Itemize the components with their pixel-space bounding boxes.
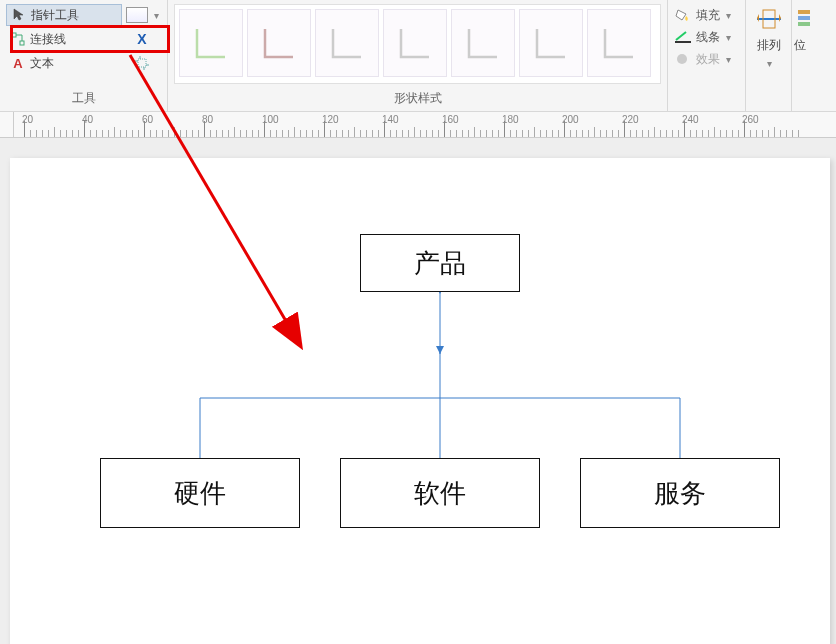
chevron-down-icon: ▾ (726, 10, 731, 21)
ruler-label: 160 (442, 114, 459, 125)
pointer-tool-label: 指针工具 (31, 7, 79, 24)
svg-rect-2 (138, 59, 146, 67)
format-group: 填充 ▾ 线条 ▾ 效果 ▾ (668, 0, 746, 111)
tools-group-label: 工具 (4, 88, 163, 109)
diagram-child-node[interactable]: 服务 (580, 458, 780, 528)
ruler-label: 120 (322, 114, 339, 125)
shape-style-thumb[interactable] (519, 9, 583, 77)
fill-dropdown[interactable]: ▾ (126, 4, 159, 26)
shape-style-thumb[interactable] (315, 9, 379, 77)
arrange-label: 排列 (755, 37, 783, 54)
crop-tool-button[interactable] (130, 52, 154, 74)
connector-tool-label: 连接线 (30, 31, 66, 48)
pointer-tool-button[interactable]: 指针工具 (6, 4, 122, 26)
fill-bucket-icon (674, 8, 692, 22)
chevron-down-icon: ▾ (767, 58, 772, 69)
shape-style-thumb[interactable] (179, 9, 243, 77)
ribbon: 指针工具 连接线 A 文本 ▾ X (0, 0, 836, 112)
ruler-label: 140 (382, 114, 399, 125)
text-tool-button[interactable]: A 文本 (6, 52, 122, 74)
diagram-root-label: 产品 (414, 246, 466, 281)
canvas-area[interactable]: 产品 硬件 软件 服务 (0, 138, 836, 644)
diagram-child-node[interactable]: 硬件 (100, 458, 300, 528)
delete-x-icon: X (137, 31, 146, 47)
arrange-icon (755, 6, 783, 34)
pointer-icon (11, 7, 27, 23)
ruler-label: 60 (142, 114, 153, 125)
effect-label: 效果 (696, 51, 720, 68)
effect-button[interactable]: 效果 ▾ (674, 48, 739, 70)
ruler-label: 260 (742, 114, 759, 125)
svg-point-4 (677, 54, 687, 64)
ruler-label: 80 (202, 114, 213, 125)
ruler-label: 220 (622, 114, 639, 125)
shape-style-thumb[interactable] (451, 9, 515, 77)
svg-rect-1 (20, 41, 24, 45)
text-tool-label: 文本 (30, 55, 54, 72)
fill-label: 填充 (696, 7, 720, 24)
line-button[interactable]: 线条 ▾ (674, 26, 739, 48)
svg-rect-8 (798, 16, 810, 20)
diagram-root-node[interactable]: 产品 (360, 234, 520, 292)
position-button[interactable]: 位 (794, 6, 814, 54)
fill-swatch-icon (126, 7, 148, 23)
tools-group: 指针工具 连接线 A 文本 ▾ X (0, 0, 168, 111)
svg-rect-9 (798, 22, 810, 26)
svg-rect-5 (757, 18, 781, 20)
svg-rect-7 (798, 10, 810, 14)
arrange-group: 排列 ▾ (746, 0, 792, 111)
shape-styles-gallery[interactable] (174, 4, 661, 84)
effect-icon (674, 52, 692, 66)
shape-style-thumb[interactable] (587, 9, 651, 77)
crop-icon (134, 55, 150, 71)
diagram-child-label: 软件 (414, 476, 466, 511)
shape-style-thumb[interactable] (383, 9, 447, 77)
connectors (10, 158, 830, 644)
shape-styles-group: 形状样式 (168, 0, 668, 111)
ruler-corner (0, 112, 14, 137)
chevron-down-icon: ▾ (726, 32, 731, 43)
chevron-down-icon: ▾ (154, 10, 159, 21)
ruler-label: 180 (502, 114, 519, 125)
position-icon (794, 6, 814, 34)
position-group: 位 (792, 0, 816, 111)
ruler-label: 100 (262, 114, 279, 125)
chevron-down-icon: ▾ (726, 54, 731, 65)
ruler-label: 240 (682, 114, 699, 125)
diagram-child-label: 服务 (654, 476, 706, 511)
shape-style-thumb[interactable] (247, 9, 311, 77)
ruler-label: 200 (562, 114, 579, 125)
fill-button[interactable]: 填充 ▾ (674, 4, 739, 26)
line-label: 线条 (696, 29, 720, 46)
line-pen-icon (674, 30, 692, 44)
ruler-label: 20 (22, 114, 33, 125)
connector-tool-button[interactable]: 连接线 (6, 28, 122, 50)
arrange-button[interactable]: 排列 (755, 6, 783, 54)
diagram-child-label: 硬件 (174, 476, 226, 511)
delete-button[interactable]: X (133, 28, 150, 50)
diagram-child-node[interactable]: 软件 (340, 458, 540, 528)
horizontal-ruler: 20406080100120140160180200220240260 (0, 112, 836, 138)
position-label: 位 (794, 37, 814, 54)
ruler-label: 40 (82, 114, 93, 125)
drawing-page[interactable]: 产品 硬件 软件 服务 (10, 158, 830, 644)
svg-rect-3 (675, 41, 691, 43)
text-icon: A (10, 55, 26, 71)
svg-rect-0 (12, 33, 16, 37)
shape-styles-label: 形状样式 (172, 88, 663, 109)
connector-icon (10, 31, 26, 47)
